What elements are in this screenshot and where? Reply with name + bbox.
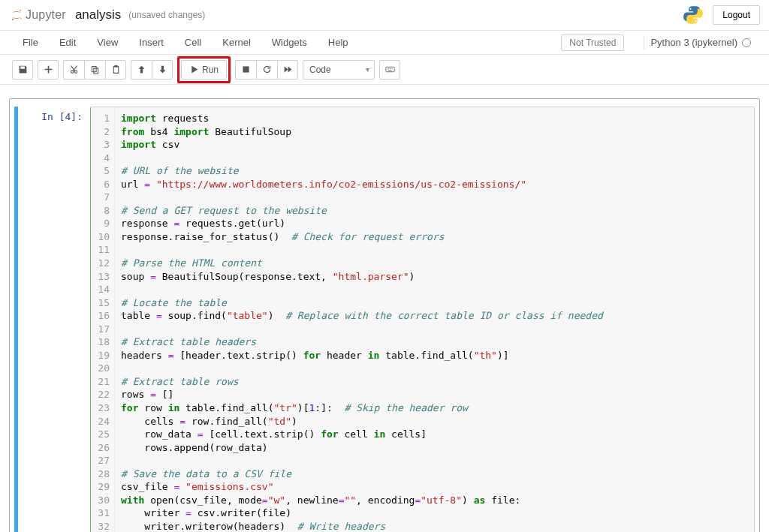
run-button[interactable]: Run [181, 60, 227, 80]
copy-icon [90, 65, 100, 74]
cell-type-select[interactable]: Code [303, 60, 375, 80]
kernel-name: Python 3 (ipykernel) [650, 37, 737, 48]
notebook-container: In [4]: 1 2 3 4 5 6 7 8 9 10 11 12 13 14… [9, 98, 760, 532]
menu-cell[interactable]: Cell [174, 32, 212, 53]
move-up-button[interactable] [131, 60, 152, 80]
plus-icon [44, 65, 53, 74]
paste-button[interactable] [105, 60, 126, 80]
save-button[interactable] [12, 60, 33, 80]
stop-button[interactable] [235, 60, 256, 80]
svg-point-0 [20, 10, 21, 11]
arrow-up-icon [137, 65, 146, 74]
paste-icon [111, 65, 121, 74]
trust-indicator[interactable]: Not Trusted [561, 35, 624, 51]
kernel-status-icon [742, 38, 751, 47]
jupyter-logo-icon [9, 8, 24, 23]
svg-point-3 [690, 8, 692, 10]
restart-run-all-button[interactable] [277, 60, 298, 80]
copy-button[interactable] [84, 60, 105, 80]
menu-widgets[interactable]: Widgets [261, 32, 318, 53]
run-label: Run [202, 65, 219, 75]
play-icon [189, 65, 199, 74]
code-editor[interactable]: import requests from bs4 import Beautifu… [115, 107, 754, 532]
add-cell-button[interactable] [38, 60, 59, 80]
svg-point-4 [695, 20, 697, 22]
svg-point-1 [12, 19, 14, 21]
cut-icon [69, 65, 79, 74]
notebook-area: In [4]: 1 2 3 4 5 6 7 8 9 10 11 12 13 14… [0, 85, 769, 532]
code-cell[interactable]: In [4]: 1 2 3 4 5 6 7 8 9 10 11 12 13 14… [14, 107, 755, 532]
python-icon [683, 5, 704, 26]
menu-help[interactable]: Help [318, 32, 359, 53]
stop-icon [241, 65, 251, 74]
cut-button[interactable] [63, 60, 84, 80]
cell-type-value: Code [309, 65, 331, 75]
menu-file[interactable]: File [12, 32, 49, 53]
line-number-gutter: 1 2 3 4 5 6 7 8 9 10 11 12 13 14 15 16 1… [91, 107, 115, 532]
menu-edit[interactable]: Edit [49, 32, 86, 53]
keyboard-icon [385, 65, 395, 74]
run-button-highlight: Run [177, 56, 231, 83]
toolbar: Run Code [0, 55, 769, 85]
menu-kernel[interactable]: Kernel [212, 32, 261, 53]
restart-icon [262, 65, 272, 74]
jupyter-logo[interactable]: Jupyter [9, 8, 66, 23]
svg-rect-5 [243, 66, 249, 72]
kernel-indicator[interactable]: Python 3 (ipykernel) [650, 37, 757, 48]
input-prompt: In [4]: [18, 107, 90, 532]
header-bar: Jupyter analysis (unsaved changes) Logou… [0, 0, 769, 31]
menu-insert[interactable]: Insert [128, 32, 174, 53]
menu-bar: FileEditViewInsertCellKernelWidgetsHelp … [0, 31, 769, 55]
menu-view[interactable]: View [86, 32, 128, 53]
arrow-down-icon [158, 65, 167, 74]
fast-forward-icon [283, 65, 293, 74]
svg-rect-6 [385, 67, 394, 72]
svg-point-2 [20, 18, 22, 20]
move-down-button[interactable] [152, 60, 173, 80]
notebook-name[interactable]: analysis [75, 8, 121, 23]
save-status: (unsaved changes) [128, 10, 205, 20]
code-input-area[interactable]: 1 2 3 4 5 6 7 8 9 10 11 12 13 14 15 16 1… [90, 107, 755, 532]
command-palette-button[interactable] [379, 60, 400, 80]
restart-button[interactable] [256, 60, 277, 80]
save-icon [18, 65, 28, 74]
logout-button[interactable]: Logout [713, 5, 760, 25]
logo-text: Jupyter [26, 8, 66, 22]
